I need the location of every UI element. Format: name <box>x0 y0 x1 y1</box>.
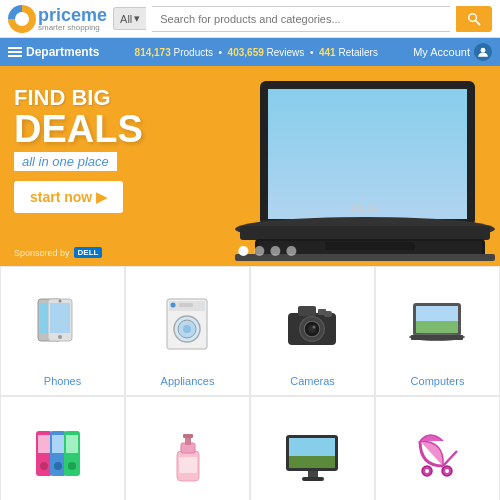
svg-point-24 <box>183 325 191 333</box>
my-account-button[interactable]: My Account <box>413 43 492 61</box>
svg-rect-28 <box>298 306 316 316</box>
svg-rect-35 <box>318 309 326 315</box>
computers-image <box>380 275 495 371</box>
logo[interactable]: priceme smarter shopping <box>8 5 107 33</box>
navbar: Departments 814,173 Products • 403,659 R… <box>0 38 500 66</box>
dot-3[interactable] <box>270 246 280 256</box>
cameras-image <box>255 275 370 371</box>
search-all-dropdown[interactable]: All ▾ <box>113 7 146 30</box>
retailers-count: 441 <box>319 47 336 58</box>
account-icon <box>474 43 492 61</box>
chevron-down-icon: ▾ <box>134 12 140 25</box>
hero-dots <box>238 246 296 256</box>
search-icon <box>467 12 481 26</box>
svg-rect-63 <box>302 477 324 481</box>
logo-sub: smarter shopping <box>38 23 107 32</box>
svg-rect-53 <box>185 437 191 445</box>
hero-cta-button[interactable]: start now ▶ <box>14 181 123 213</box>
category-cameras[interactable]: Cameras <box>250 266 375 396</box>
nav-stats: 814,173 Products • 403,659 Reviews • 441… <box>99 47 413 58</box>
svg-point-44 <box>40 462 48 470</box>
retailers-label: Retailers <box>338 47 377 58</box>
cameras-icon <box>280 291 345 356</box>
svg-point-50 <box>68 462 76 470</box>
svg-text:✦: ✦ <box>193 442 197 448</box>
phones-label: Phones <box>44 375 81 387</box>
prams-image <box>380 405 495 500</box>
phones-image <box>5 275 120 371</box>
svg-text:✦: ✦ <box>183 446 188 452</box>
prams-icon <box>405 421 470 486</box>
search-input[interactable] <box>152 6 450 32</box>
appliances-icon <box>155 291 220 356</box>
dot-2[interactable] <box>254 246 264 256</box>
appliances-image <box>130 275 245 371</box>
category-music[interactable]: Music Players <box>0 396 125 500</box>
svg-rect-49 <box>66 435 78 453</box>
hero-sub: all in one place <box>14 152 117 171</box>
tvs-image <box>255 405 370 500</box>
computers-icon <box>405 291 470 356</box>
svg-rect-39 <box>416 321 458 333</box>
user-icon <box>477 46 489 58</box>
cameras-label: Cameras <box>290 375 335 387</box>
svg-point-18 <box>58 335 62 339</box>
svg-rect-61 <box>289 456 335 468</box>
phones-icon <box>30 291 95 356</box>
svg-rect-5 <box>268 89 467 219</box>
appliances-label: Appliances <box>161 375 215 387</box>
reviews-count: 403,659 <box>228 47 264 58</box>
hero-banner: FIND BIG DEALS all in one place start no… <box>0 66 500 266</box>
dot-4[interactable] <box>286 246 296 256</box>
header: priceme smarter shopping All ▾ <box>0 0 500 38</box>
svg-rect-54 <box>183 434 193 438</box>
departments-label: Departments <box>26 45 99 59</box>
svg-rect-8 <box>240 226 490 240</box>
category-tvs[interactable]: TVs <box>250 396 375 500</box>
logo-icon <box>8 5 36 33</box>
perfume-icon: ✦ ✦ <box>155 421 220 486</box>
svg-point-2 <box>481 48 486 53</box>
products-label: Products <box>174 47 213 58</box>
svg-rect-17 <box>50 303 70 333</box>
hero-line1: FIND BIG <box>14 86 206 110</box>
account-label: My Account <box>413 46 470 58</box>
hero-text-area: FIND BIG DEALS all in one place start no… <box>0 66 220 266</box>
svg-rect-46 <box>52 435 64 453</box>
departments-menu[interactable]: Departments <box>8 45 99 59</box>
tvs-icon <box>280 421 345 486</box>
reviews-label: Reviews <box>267 47 305 58</box>
svg-rect-55 <box>179 457 197 473</box>
hero-line2: DEALS <box>14 110 206 148</box>
logo-text-group: priceme smarter shopping <box>38 6 107 32</box>
categories-grid: Phones Appliances <box>0 266 500 500</box>
svg-rect-26 <box>179 303 193 307</box>
svg-point-25 <box>171 302 176 307</box>
svg-rect-11 <box>325 242 415 250</box>
hamburger-icon <box>8 47 22 57</box>
svg-point-68 <box>445 469 449 473</box>
svg-line-1 <box>476 20 480 24</box>
category-appliances[interactable]: Appliances <box>125 266 250 396</box>
svg-rect-41 <box>411 335 463 340</box>
svg-point-19 <box>59 299 62 302</box>
logo-name: priceme <box>38 5 107 25</box>
category-computers[interactable]: Computers <box>375 266 500 396</box>
hero-laptop-image: DELL <box>220 71 500 266</box>
perfume-image: ✦ ✦ <box>130 405 245 500</box>
music-image <box>5 405 120 500</box>
svg-point-47 <box>54 462 62 470</box>
dot-1[interactable] <box>238 246 248 256</box>
computers-label: Computers <box>411 375 465 387</box>
category-prams[interactable]: Prams <box>375 396 500 500</box>
svg-point-66 <box>425 469 429 473</box>
svg-rect-43 <box>38 435 50 453</box>
svg-point-32 <box>313 325 316 328</box>
search-all-label: All <box>120 13 132 25</box>
products-count: 814,173 <box>135 47 171 58</box>
svg-line-64 <box>443 451 457 466</box>
search-button[interactable] <box>456 6 492 32</box>
category-phones[interactable]: Phones <box>0 266 125 396</box>
svg-text:DELL: DELL <box>351 201 379 213</box>
category-perfume[interactable]: ✦ ✦ Perfume <box>125 396 250 500</box>
